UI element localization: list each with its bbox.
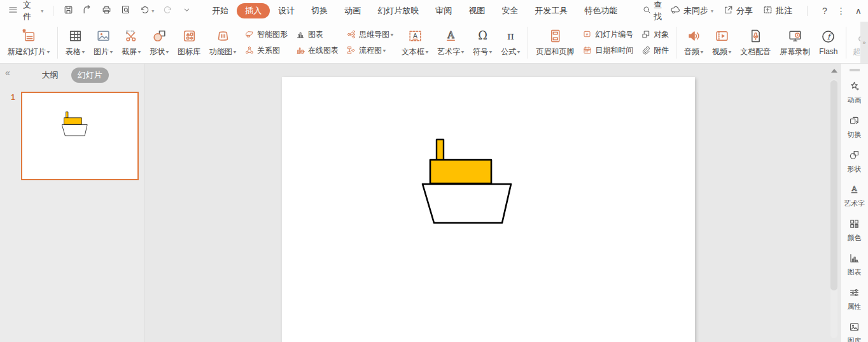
save-button[interactable] (63, 4, 74, 18)
sidebar-item-transition[interactable]: 切换 (848, 115, 862, 139)
print-preview-button[interactable] (120, 4, 131, 18)
sidebar-item-chart[interactable]: 图表 (848, 252, 862, 277)
tab-review[interactable]: 审阅 (427, 3, 460, 18)
panel-tab-slides[interactable]: 幻灯片 (71, 68, 109, 83)
video-button[interactable]: 视频▾ (708, 24, 735, 62)
chevron-down-icon: ▾ (383, 48, 386, 53)
sync-status-button[interactable]: 未同步 ▾ (670, 4, 713, 17)
sidebar-item-properties[interactable]: 属性 (848, 287, 862, 311)
tab-slideshow[interactable]: 幻灯片放映 (369, 3, 427, 18)
header-footer-button[interactable]: 页眉和页脚 (532, 24, 578, 62)
mindmap-button[interactable]: 思维导图▾ (346, 27, 393, 41)
table-button[interactable]: 表格▾ (62, 24, 88, 62)
chevron-down-icon: ▾ (711, 8, 713, 14)
tab-security[interactable]: 安全 (493, 3, 526, 18)
help-button[interactable]: ? (822, 6, 827, 16)
print-preview-icon (120, 4, 131, 18)
tab-view[interactable]: 视图 (460, 3, 493, 18)
tab-transitions[interactable]: 切换 (303, 3, 336, 18)
flash-button[interactable]: fFlash (815, 24, 841, 62)
relation-diagram-button[interactable]: 关系图 (244, 43, 288, 57)
slide-page[interactable] (282, 77, 695, 342)
hamburger-icon[interactable] (8, 4, 18, 18)
slide-number-button[interactable]: #幻灯片编号 (582, 27, 633, 41)
boat-shape[interactable] (421, 138, 513, 225)
panel-tab-outline[interactable]: 大纲 (36, 68, 65, 83)
picture-button[interactable]: 图片▾ (90, 24, 116, 62)
undo-button[interactable]: ▾ (139, 4, 154, 18)
symbol-button[interactable]: Ω符号▾ (469, 24, 496, 62)
divider (53, 6, 53, 16)
online-chart-button[interactable]: 在线图表 (295, 43, 339, 57)
svg-text:A: A (851, 185, 857, 193)
symbol-icon: Ω (475, 28, 491, 44)
slide-panel: « 大纲 幻灯片 1 (0, 64, 144, 342)
sidebar-item-gallery[interactable]: 图库 (848, 321, 862, 342)
function-diagram-icon (215, 28, 231, 44)
share-button[interactable]: 分享 (723, 4, 753, 17)
animation-icon (848, 80, 860, 94)
file-menu-button[interactable]: 文件 ▾ (23, 0, 43, 22)
ribbon-group: 音频▾视频▾文档配音屏幕录制fFlash (680, 24, 841, 62)
object-button[interactable]: 对象 (641, 27, 669, 41)
collapse-panel-button[interactable]: « (5, 68, 10, 78)
sidebar-item-animation[interactable]: 动画 (848, 80, 862, 105)
flowchart-icon (346, 45, 356, 55)
textbox-button[interactable]: A文本框▾ (398, 24, 432, 62)
document-dubbing-button[interactable]: 文档配音 (736, 24, 774, 62)
vertical-scrollbar[interactable] (830, 68, 838, 338)
attachment-button[interactable]: 附件 (641, 43, 669, 57)
chevron-down-icon: ▾ (166, 49, 169, 55)
sidebar-item-color[interactable]: 颜色 (848, 218, 862, 243)
screen-record-button[interactable]: 屏幕录制 (776, 24, 814, 62)
ribbon-toolbar: 新建幻灯片▾表格▾图片▾截屏▾形状▾图标库功能图▾智能图形关系图图表在线图表思维… (0, 22, 868, 64)
wordart-button[interactable]: A艺术字▾ (433, 24, 468, 62)
tab-home[interactable]: 开始 (204, 3, 237, 18)
slide-thumbnail[interactable] (21, 92, 139, 180)
tab-insert[interactable]: 插入 (237, 3, 270, 18)
sidebar-drag-handle[interactable] (850, 69, 860, 71)
icon-library-button[interactable]: 图标库 (174, 24, 204, 62)
chevron-down-icon: ▾ (461, 49, 465, 55)
relation-icon (244, 45, 255, 55)
audio-button[interactable]: 音频▾ (680, 24, 707, 62)
ribbon-expander-button[interactable]: » (860, 22, 868, 64)
smartart-button[interactable]: 智能图形 (244, 27, 288, 41)
export-button[interactable] (82, 4, 93, 18)
chevron-down-icon: ▾ (234, 49, 237, 55)
object-icon (641, 29, 651, 39)
tab-animation[interactable]: 动画 (336, 3, 369, 18)
scrollbar-thumb[interactable] (830, 80, 837, 290)
new-slide-button[interactable]: 新建幻灯片▾ (4, 24, 53, 62)
sidebar-item-wordart[interactable]: A艺术字 (844, 183, 865, 208)
screenshot-button[interactable]: 截屏▾ (118, 24, 144, 62)
right-tool-sidebar: 动画切换形状A艺术字颜色图表属性图库 (840, 64, 868, 342)
formula-button[interactable]: π公式▾ (497, 24, 524, 62)
ribbon-group: 新建幻灯片▾ (4, 24, 53, 62)
more-quick-actions-button[interactable] (181, 4, 192, 18)
function-diagram-button[interactable]: 功能图▾ (206, 24, 240, 62)
ribbon-group-separator (846, 27, 846, 59)
sidebar-item-shapes[interactable]: 形状 (848, 149, 862, 174)
formula-icon: π (503, 28, 519, 44)
more-options-button[interactable]: ⋮ (837, 6, 846, 16)
shapes-icon (151, 28, 167, 44)
shapes-button[interactable]: 形状▾ (146, 24, 172, 62)
tab-design[interactable]: 设计 (270, 3, 303, 18)
flowchart-button[interactable]: 流程图▾ (346, 43, 393, 57)
search-button[interactable]: 查找 (642, 0, 670, 22)
tab-devtools[interactable]: 开发工具 (526, 3, 576, 18)
print-button[interactable] (101, 4, 112, 18)
editing-canvas[interactable] (144, 64, 840, 342)
ribbon-stack: 图表在线图表 (292, 27, 342, 57)
collapse-ribbon-button[interactable]: ∧ (855, 6, 862, 16)
chevron-down-icon: ▾ (701, 49, 704, 55)
datetime-button[interactable]: 日期和时间 (582, 43, 633, 57)
scroll-up-icon[interactable] (831, 69, 837, 73)
search-icon (642, 5, 652, 17)
shapes-gray-icon (848, 149, 860, 162)
comment-button[interactable]: 批注 (762, 4, 792, 17)
chart-button[interactable]: 图表 (295, 27, 339, 41)
online-chart-icon (295, 45, 305, 55)
tab-special-features[interactable]: 特色功能 (576, 3, 626, 18)
